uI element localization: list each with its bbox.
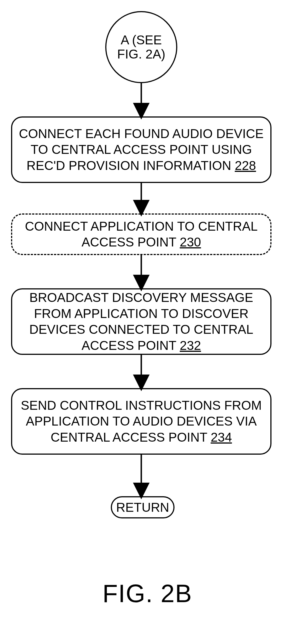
step-234: SEND CONTROL INSTRUCTIONS FROM APPLICATI…	[11, 388, 271, 455]
step-228-body: CONNECT EACH FOUND AUDIO DEVICE TO CENTR…	[19, 126, 263, 173]
connector-a-label: A (SEE FIG. 2A)	[109, 33, 174, 61]
step-230: CONNECT APPLICATION TO CENTRAL ACCESS PO…	[11, 213, 271, 255]
flowchart-canvas: A (SEE FIG. 2A) CONNECT EACH FOUND AUDIO…	[0, 0, 282, 644]
step-228-text: CONNECT EACH FOUND AUDIO DEVICE TO CENTR…	[19, 126, 264, 174]
terminator-return-label: RETURN	[116, 500, 169, 515]
terminator-return: RETURN	[111, 496, 175, 518]
step-230-text: CONNECT APPLICATION TO CENTRAL ACCESS PO…	[19, 218, 264, 250]
step-228-ref: 228	[235, 158, 256, 173]
step-232-text: BROADCAST DISCOVERY MESSAGE FROM APPLICA…	[19, 290, 264, 353]
connector-a: A (SEE FIG. 2A)	[105, 11, 177, 83]
step-232-ref: 232	[180, 338, 201, 353]
step-230-ref: 230	[180, 235, 201, 249]
figure-label: FIG. 2B	[102, 579, 192, 608]
step-234-text: SEND CONTROL INSTRUCTIONS FROM APPLICATI…	[19, 398, 264, 446]
step-232: BROADCAST DISCOVERY MESSAGE FROM APPLICA…	[11, 288, 271, 355]
step-234-ref: 234	[211, 430, 232, 444]
step-228: CONNECT EACH FOUND AUDIO DEVICE TO CENTR…	[11, 116, 271, 183]
step-232-body: BROADCAST DISCOVERY MESSAGE FROM APPLICA…	[29, 290, 253, 353]
step-230-body: CONNECT APPLICATION TO CENTRAL ACCESS PO…	[25, 219, 258, 250]
